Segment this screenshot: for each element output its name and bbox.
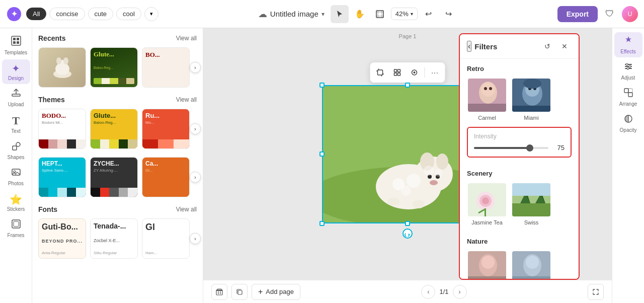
intensity-slider[interactable]	[474, 147, 548, 149]
zoom-control[interactable]: 42% ▾	[391, 8, 418, 20]
doc-title-area[interactable]: ☁ Untitled image ▾	[258, 9, 325, 20]
duplicate-button[interactable]	[231, 284, 248, 300]
handle-bottom-mid[interactable]	[405, 221, 410, 226]
right-sidebar-item-effects[interactable]: Effects	[614, 32, 642, 57]
sidebar-item-stickers[interactable]: ⭐ Stickers	[2, 190, 30, 215]
svg-point-39	[407, 174, 421, 188]
cloud-icon: ☁	[258, 9, 267, 20]
recent-card-bodoni[interactable]: BO...	[142, 47, 190, 88]
expand-button[interactable]	[588, 284, 604, 300]
filters-close-button[interactable]: ✕	[557, 39, 572, 53]
redo-button[interactable]: ↪	[440, 5, 458, 23]
svg-rect-14	[14, 221, 19, 226]
sidebar-item-photos[interactable]: Photos	[2, 164, 30, 189]
sidebar-item-shapes[interactable]: Shapes	[2, 138, 30, 163]
shield-icon[interactable]: 🛡	[602, 6, 618, 22]
effects-button[interactable]	[407, 64, 423, 81]
recents-title: Recents	[38, 34, 65, 42]
retro-cards-row: Carmel	[467, 78, 572, 121]
sidebar-item-design[interactable]: ✦ Design	[2, 59, 30, 84]
theme-card-ca[interactable]: Ca... Gl...	[142, 157, 190, 197]
svg-rect-9	[13, 146, 17, 150]
crop-button[interactable]	[372, 64, 388, 81]
retro-section: Retro	[460, 59, 579, 127]
pill-cool[interactable]: cool	[116, 8, 141, 20]
sidebar-item-upload[interactable]: Upload	[2, 85, 30, 110]
filter-card-miami[interactable]: Miami	[511, 78, 551, 121]
filter-card-swiss[interactable]: Swiss	[511, 182, 551, 225]
handle-top-mid[interactable]	[405, 83, 410, 88]
frame-tool-button[interactable]	[371, 5, 389, 23]
avatar[interactable]: U	[622, 6, 638, 22]
page-indicator: 1/1	[439, 288, 448, 295]
left-panel: Recents View all	[32, 28, 203, 303]
filter-card-carmel[interactable]: Carmel	[467, 78, 507, 121]
swiss-label: Swiss	[524, 219, 539, 225]
themes-view-all[interactable]: View all	[176, 96, 197, 103]
fonts-view-all[interactable]: View all	[176, 206, 197, 213]
theme-card-hept[interactable]: HEPT... Spline Sans-...	[38, 157, 86, 197]
themes-scroll-right[interactable]: ›	[190, 123, 201, 134]
pill-all[interactable]: All	[26, 8, 46, 20]
theme-card-bodoni[interactable]: BODO... Bodoni Ml...	[38, 109, 86, 149]
grid-button[interactable]	[389, 64, 406, 81]
right-sidebar-item-arrange[interactable]: Arrange	[614, 85, 642, 110]
next-page-button[interactable]: ›	[453, 285, 467, 299]
trash-button[interactable]	[211, 284, 227, 300]
font-card-gl[interactable]: Gl Ham...	[142, 218, 190, 259]
svg-rect-11	[12, 169, 20, 175]
select-tool-button[interactable]	[331, 5, 349, 23]
right-sidebar: Effects Adjust Arrange Opacity	[612, 28, 644, 303]
sidebar-item-templates[interactable]: Templates	[2, 32, 30, 58]
frames-label: Frames	[8, 233, 25, 238]
logo[interactable]: ✦	[6, 6, 22, 22]
handle-bottom-left[interactable]	[319, 221, 325, 226]
more-options-button[interactable]: ···	[427, 64, 443, 81]
svg-rect-76	[512, 276, 551, 280]
font-card-guti[interactable]: Guti-Bo... BEYOND PRO... Anta-Regular	[38, 218, 86, 259]
svg-point-32	[436, 154, 448, 170]
rotate-handle[interactable]	[403, 229, 413, 239]
design-icon: ✦	[12, 62, 20, 74]
sidebar: Templates ✦ Design Upload T Text Shapes	[0, 28, 32, 303]
svg-point-19	[63, 57, 68, 64]
upload-label: Upload	[8, 102, 24, 107]
right-sidebar-item-adjust[interactable]: Adjust	[614, 58, 642, 84]
templates-label: Templates	[5, 50, 28, 55]
slider-thumb[interactable]	[526, 144, 533, 152]
undo-button[interactable]: ↩	[420, 5, 438, 23]
pill-concise[interactable]: concise	[49, 8, 85, 20]
image-toolbar: ···	[370, 62, 445, 83]
filters-reset-button[interactable]: ↺	[540, 39, 554, 53]
svg-rect-90	[624, 89, 628, 93]
filter-card-nature2[interactable]	[511, 250, 551, 280]
pill-cute[interactable]: cute	[88, 8, 114, 20]
add-page-button[interactable]: + Add page	[252, 284, 300, 300]
theme-card-zyche[interactable]: ZYCHE... ZY Alluring-...	[90, 157, 138, 197]
pill-dropdown[interactable]: ▾	[144, 7, 158, 21]
svg-point-42	[435, 169, 443, 177]
shapes-label: Shapes	[8, 155, 25, 160]
fonts-scroll-right[interactable]: ›	[190, 233, 201, 244]
handle-top-left[interactable]	[319, 83, 325, 88]
recent-card-gluten1[interactable]: Glute... Baloo-Reg...	[90, 47, 138, 88]
filters-back-button[interactable]: ‹	[467, 41, 471, 52]
recents-scroll-right[interactable]: ›	[190, 62, 201, 73]
font-card-tenada[interactable]: Tenada-... Zocbel X-E... Stilu-Regular	[90, 218, 138, 259]
sidebar-item-text[interactable]: T Text	[2, 111, 30, 137]
theme-card-ru[interactable]: Ru... Mo...	[142, 109, 190, 149]
hand-tool-button[interactable]: ✋	[351, 5, 369, 23]
intensity-label: Intensity	[474, 133, 565, 140]
prev-page-button[interactable]: ‹	[421, 285, 435, 299]
filter-card-jasmine-tea[interactable]: Jasmine Tea	[467, 182, 507, 225]
theme-card-gluten2[interactable]: Glute... Baloo-Reg...	[90, 109, 138, 149]
sidebar-item-frames[interactable]: Frames	[2, 216, 30, 241]
right-sidebar-item-opacity[interactable]: Opacity	[614, 111, 642, 136]
svg-point-26	[414, 71, 416, 73]
recent-card-dog[interactable]	[38, 47, 86, 88]
handle-mid-left[interactable]	[319, 152, 325, 157]
themes-row2-scroll-right[interactable]: ›	[190, 172, 201, 183]
recents-view-all[interactable]: View all	[176, 35, 197, 42]
filter-card-nature1[interactable]	[467, 250, 507, 280]
export-button[interactable]: Export	[557, 6, 598, 22]
